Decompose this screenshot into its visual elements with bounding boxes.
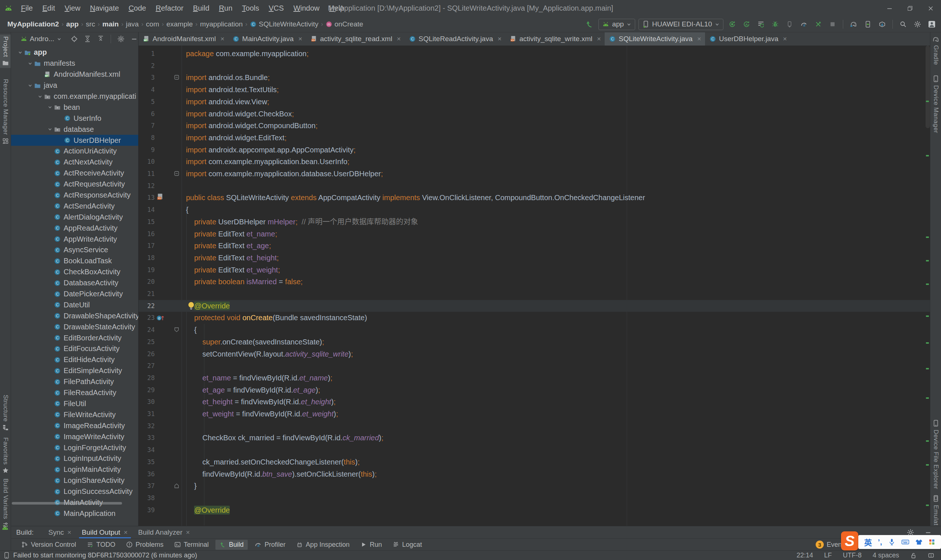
tool-window-button-device-file-explorer[interactable]: Device File Explorer bbox=[930, 418, 941, 491]
chevron-down-icon[interactable] bbox=[26, 83, 34, 88]
sogou-logo-icon[interactable]: S bbox=[841, 531, 858, 551]
tree-item-editfocusactivity[interactable]: CEditFocusActivity bbox=[11, 343, 138, 354]
close-tab-icon[interactable]: ✕ bbox=[298, 36, 302, 42]
tree-item-userinfo[interactable]: CUserInfo bbox=[11, 113, 138, 124]
tree-item-databaseactivity[interactable]: CDatabaseActivity bbox=[11, 278, 138, 289]
tree-item-database[interactable]: database bbox=[11, 124, 138, 135]
minimize-window-icon[interactable] bbox=[879, 0, 900, 17]
apply-code-changes-icon[interactable]: A bbox=[741, 19, 752, 30]
menu-item-edit[interactable]: Edit bbox=[37, 0, 60, 17]
chevron-down-icon[interactable] bbox=[46, 105, 54, 110]
chevron-down-icon[interactable] bbox=[16, 50, 24, 55]
build-tab-build-output[interactable]: Build Output✕ bbox=[77, 526, 133, 539]
breadcrumb-item-src[interactable]: src bbox=[85, 20, 97, 29]
tree-item-actresponseactivity[interactable]: CActResponseActivity bbox=[11, 190, 138, 201]
fold-marker-icon[interactable] bbox=[174, 327, 179, 332]
tree-item-asyncservice[interactable]: CAsyncService bbox=[11, 245, 138, 255]
ime-language-toggle[interactable]: 英 bbox=[864, 537, 872, 548]
editor-tab-activity-sqlite-read-xml[interactable]: <>activity_sqlite_read.xml✕ bbox=[306, 32, 405, 46]
menu-item-file[interactable]: File bbox=[16, 0, 37, 17]
tree-item-dateutil[interactable]: CDateUtil bbox=[11, 299, 138, 310]
tree-item-drawablestateactivity[interactable]: CDrawableStateActivity bbox=[11, 321, 138, 332]
editor-tab-sqlitereadactivity-java[interactable]: CSQLiteReadActivity.java✕ bbox=[405, 32, 505, 46]
breadcrumb-item-app[interactable]: app bbox=[65, 20, 80, 29]
notifications-icon[interactable] bbox=[928, 552, 934, 559]
editor-tab-mainactivity-java[interactable]: CMainActivity.java✕ bbox=[228, 32, 306, 46]
gear-icon[interactable] bbox=[116, 34, 126, 44]
encoding-widget[interactable]: UTF-8 bbox=[843, 552, 862, 559]
debug-icon[interactable] bbox=[770, 19, 781, 30]
tree-item-java[interactable]: java bbox=[11, 80, 138, 91]
tree-item-imagewriteactivity[interactable]: CImageWriteActivity bbox=[11, 431, 138, 442]
build-tab-build-analyzer[interactable]: Build Analyzer✕ bbox=[133, 526, 195, 539]
layout-file-icon[interactable]: <> bbox=[156, 193, 164, 200]
menu-item-view[interactable]: View bbox=[60, 0, 85, 17]
tree-item-loginshareactivity[interactable]: CLoginShareActivity bbox=[11, 475, 138, 486]
tree-item-filewriteactivity[interactable]: CFileWriteActivity bbox=[11, 409, 138, 420]
tree-item-actionuriactivity[interactable]: CActionUriActivity bbox=[11, 146, 138, 157]
override-method-icon[interactable]: o bbox=[156, 314, 164, 321]
run-configuration-select[interactable]: app bbox=[599, 19, 635, 30]
profiler-icon[interactable]: a bbox=[798, 19, 810, 30]
tree-item-mainapplication[interactable]: CMainApplication bbox=[11, 508, 138, 519]
tool-window-button-build-variants[interactable]: Build Variants bbox=[0, 477, 11, 530]
editor-tab-sqlitewriteactivity-java[interactable]: CSQLiteWriteActivity.java✕ bbox=[605, 32, 705, 46]
tree-item-editborderactivity[interactable]: CEditBorderActivity bbox=[11, 332, 138, 343]
minimize-icon[interactable] bbox=[130, 34, 139, 44]
close-tab-icon[interactable]: ✕ bbox=[697, 36, 701, 42]
menu-item-refactor[interactable]: Refactor bbox=[151, 0, 188, 17]
tree-item-imagereadactivity[interactable]: CImageReadActivity bbox=[11, 420, 138, 431]
close-tab-icon[interactable]: ✕ bbox=[220, 36, 225, 42]
skin-icon[interactable] bbox=[915, 539, 922, 545]
toolbox-icon[interactable] bbox=[929, 539, 935, 545]
tree-item-edithideactivity[interactable]: CEditHideActivity bbox=[11, 354, 138, 365]
tree-item-appreadactivity[interactable]: CAppReadActivity bbox=[11, 223, 138, 234]
close-tab-icon[interactable]: ✕ bbox=[497, 36, 502, 42]
tree-item-com-example-myapplicati[interactable]: com.example.myapplicati bbox=[11, 91, 138, 102]
breadcrumb-item-java[interactable]: java bbox=[125, 20, 140, 29]
tree-item-loginmainactivity[interactable]: CLoginMainActivity bbox=[11, 464, 138, 475]
close-tab-icon[interactable]: ✕ bbox=[186, 529, 190, 535]
sdk-manager-icon[interactable] bbox=[877, 19, 888, 30]
close-tab-icon[interactable]: ✕ bbox=[67, 529, 72, 535]
tool-window-button-run[interactable]: Run bbox=[356, 540, 386, 550]
restore-window-icon[interactable] bbox=[900, 0, 920, 17]
chevron-down-icon[interactable] bbox=[26, 61, 34, 66]
crosshair-icon[interactable] bbox=[69, 34, 79, 44]
expand-all-icon[interactable] bbox=[83, 34, 92, 44]
close-window-icon[interactable] bbox=[920, 0, 941, 17]
tool-window-button-project[interactable]: Project bbox=[0, 34, 11, 68]
ime-punctuation-toggle[interactable]: ’, bbox=[878, 538, 882, 546]
keyboard-icon[interactable] bbox=[901, 539, 909, 545]
tool-window-button-emulator[interactable]: Emulator bbox=[930, 493, 941, 526]
tool-window-button-resource-manager[interactable]: Resource Manager bbox=[0, 77, 11, 146]
breadcrumb-item-oncreate[interactable]: monCreate bbox=[324, 20, 365, 29]
microphone-icon[interactable] bbox=[888, 538, 895, 546]
tree-item-userdbhelper[interactable]: CUserDBHelper bbox=[11, 135, 138, 146]
tree-item-filepathactivity[interactable]: CFilePathActivity bbox=[11, 376, 138, 388]
code-editor[interactable]: 1package com.example.myapplication;23imp… bbox=[139, 46, 930, 526]
settings-icon[interactable] bbox=[912, 19, 923, 30]
tree-item-actreceiveactivity[interactable]: CActReceiveActivity bbox=[11, 168, 138, 179]
menu-item-run[interactable]: Run bbox=[214, 0, 238, 17]
close-tab-icon[interactable]: ✕ bbox=[123, 529, 128, 535]
tool-window-button-version-control[interactable]: Version Control bbox=[17, 540, 80, 550]
editor-tab-userdbhelper-java[interactable]: CUserDBHelper.java✕ bbox=[705, 32, 791, 46]
close-tab-icon[interactable]: ✕ bbox=[597, 36, 601, 42]
breadcrumb-item-myapplication[interactable]: myapplication bbox=[199, 20, 244, 29]
tool-window-button-app-inspection[interactable]: App Inspection bbox=[292, 540, 353, 550]
tree-item-checkboxactivity[interactable]: CCheckBoxActivity bbox=[11, 266, 138, 278]
tool-window-button-structure[interactable]: Structure bbox=[0, 393, 11, 432]
tree-item-androidmanifest-xml[interactable]: MFAndroidManifest.xml bbox=[11, 69, 138, 80]
tool-window-button-build[interactable]: Build bbox=[215, 540, 248, 550]
tree-item-filereadactivity[interactable]: CFileReadActivity bbox=[11, 388, 138, 398]
tree-item-manifests[interactable]: manifests bbox=[11, 58, 138, 69]
apply-changes-icon[interactable] bbox=[727, 19, 738, 30]
tree-item-loginsuccessactivity[interactable]: CLoginSuccessActivity bbox=[11, 486, 138, 497]
stop-icon[interactable] bbox=[827, 19, 838, 30]
chevron-down-icon[interactable] bbox=[46, 127, 54, 132]
stop-app-icon[interactable] bbox=[813, 19, 824, 30]
tree-item-alertdialogactivity[interactable]: CAlertDialogActivity bbox=[11, 212, 138, 223]
project-view-select[interactable]: Andro... bbox=[21, 35, 62, 43]
breadcrumb-item-com[interactable]: com bbox=[145, 20, 160, 29]
